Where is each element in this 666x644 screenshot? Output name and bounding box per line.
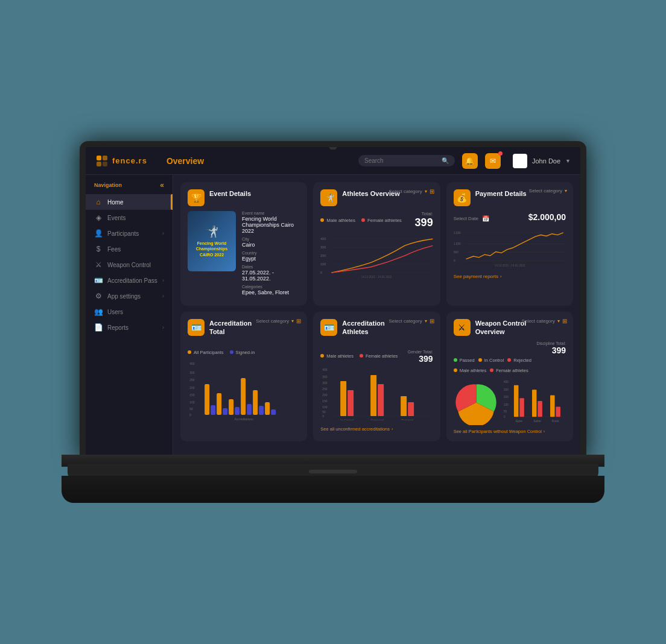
weapon-bar-chart: 400 260 200 130 50 0 [504,377,566,425]
svg-rect-2 [97,162,101,166]
bell-icon: 🔔 [465,157,474,165]
sidebar-item-reports[interactable]: 📄 Reports › [86,320,173,335]
all-participants-dot [188,350,191,354]
weapon-ctrl-title2: Overview [475,327,527,336]
svg-rect-35 [229,399,233,415]
topbar: fence.rs Overview 🔍 🔔 ✉ John Doe [86,147,580,175]
categories-label: Categories [242,285,300,289]
search-bar[interactable]: 🔍 [358,155,455,166]
chevron-right-icon-4: › [162,324,164,330]
see-reports-link[interactable]: See payment reports › [454,274,566,279]
discipline-total-value: 399 [454,346,566,355]
event-info: Event name Fencing World Championships C… [242,211,300,298]
event-card-icon: 🏆 [188,189,205,206]
female-dot [361,218,365,222]
svg-rect-76 [550,395,555,417]
male-legend: Male athletes [320,211,355,229]
svg-text:150: 150 [189,393,195,397]
svg-text:50: 50 [322,410,326,414]
signed-in-dot [230,350,233,354]
search-input[interactable] [364,157,438,164]
svg-text:14.12.2021 - 14.01.2022: 14.12.2021 - 14.01.2022 [495,264,525,267]
sidebar-item-events[interactable]: ◈ Events [86,210,173,226]
svg-rect-61 [408,402,414,416]
weapon-control-card: ⚔ Weapon Control Overview Select categor… [446,312,573,441]
svg-text:200: 200 [189,386,195,390]
athletes-grid-icon[interactable]: ⊞ [430,188,434,195]
sidebar-item-fees[interactable]: $ Fees [86,241,173,257]
notification-bell-button[interactable]: 🔔 [462,153,478,169]
svg-text:250: 250 [189,378,195,382]
event-card-title: Event Details [209,189,251,198]
total-label: Total: [415,211,433,216]
accred-athletes-grid-icon[interactable]: ⊞ [430,318,434,324]
sidebar-item-participants[interactable]: 👤 Participants › [86,226,173,241]
accred-female-dot [360,354,363,358]
weapon-icon: ⚔ [94,260,103,269]
svg-text:260: 260 [504,388,509,391]
svg-text:300: 300 [322,381,328,385]
sidebar-item-home[interactable]: ⌂ Home [86,194,173,210]
accred-total-title2: Total [209,327,252,336]
arrow-right-icon-2: › [392,426,393,432]
payment-select-arrow: ▾ [565,188,567,194]
sidebar-item-users[interactable]: 👥 Users [86,304,173,320]
female-legend: Female athletes [361,211,402,229]
payment-line-chart: 3.000 1.000 500 0 14.12.2021 - 14. [454,227,566,269]
accred-total-bar-chart: 400 300 250 200 150 100 50 0 [188,360,300,420]
svg-rect-73 [519,398,524,417]
chevron-down-icon[interactable]: ▼ [565,158,571,164]
logo: fence.rs [95,154,147,168]
collapse-icon[interactable]: « [160,181,164,189]
accred-athletes-title2: Athletes [342,327,384,336]
svg-text:400: 400 [322,368,328,371]
event-name-value: Fencing World Championships Cairo 2022 [242,216,300,234]
sidebar-item-accreditation[interactable]: 🪪 Accreditation Pass › [86,273,173,288]
see-unconfirmed-link[interactable]: See all unconfirmed accreditations › [320,426,433,432]
svg-text:200: 200 [504,396,509,399]
svg-text:3.000: 3.000 [454,232,461,235]
events-icon: ◈ [94,213,103,222]
sidebar-item-weapon-control[interactable]: ⚔ Weapon Control [86,257,173,273]
fencing-icon: 🤺 [205,225,218,238]
passed-legend: Passed [454,358,475,363]
users-icon: 👥 [94,308,103,316]
svg-text:400: 400 [504,380,509,384]
svg-text:400: 400 [189,362,195,365]
athletes-select-label[interactable]: Select category [389,189,422,194]
payment-category-select[interactable]: Select category ▾ [529,188,567,194]
rejected-dot [507,358,511,362]
accred-total-icon: 🪪 [188,319,205,336]
accreditation-icon: 🪪 [94,276,103,285]
dollar-icon: 💰 [457,193,467,203]
accred-athletes-category[interactable]: Select category ▾ ⊞ [389,318,434,324]
svg-rect-39 [211,405,215,415]
svg-text:0: 0 [504,415,506,418]
svg-rect-59 [378,384,384,416]
weapon-ctrl-title1: Weapon Control [475,319,527,327]
svg-text:In Control: In Control [341,418,354,420]
settings-icon: ⚙ [94,292,103,300]
see-weapon-link[interactable]: See all Participants without Weapon Cont… [454,429,566,434]
svg-text:100: 100 [320,262,326,266]
page-title: Overview [162,156,351,166]
select-date-label[interactable]: Select Date [454,216,478,221]
username: John Doe [532,157,560,165]
athletes-category-select[interactable]: Select category ▾ ⊞ [389,188,434,195]
sidebar-item-app-settings[interactable]: ⚙ App settings › [86,288,173,304]
chevron-right-icon-2: › [162,277,164,283]
svg-rect-40 [223,408,227,415]
svg-rect-75 [538,401,542,417]
svg-rect-34 [217,393,221,415]
messages-button[interactable]: ✉ [485,153,501,169]
svg-text:350: 350 [322,375,328,379]
svg-rect-74 [532,390,537,417]
athletes-overview-card: 🤺 Athletes Overview Select category ▾ ⊞ [313,182,440,306]
payment-select-label[interactable]: Select category [529,188,562,194]
calendar-icon[interactable]: 📅 [482,215,489,222]
weapon-category-select[interactable]: Select category ▾ ⊞ [522,318,567,324]
accred-total-category[interactable]: Select category ▾ ⊞ [256,318,301,324]
svg-rect-36 [241,378,246,415]
weapon-grid-icon[interactable]: ⊞ [562,318,567,324]
accred-total-grid-icon[interactable]: ⊞ [296,318,301,324]
